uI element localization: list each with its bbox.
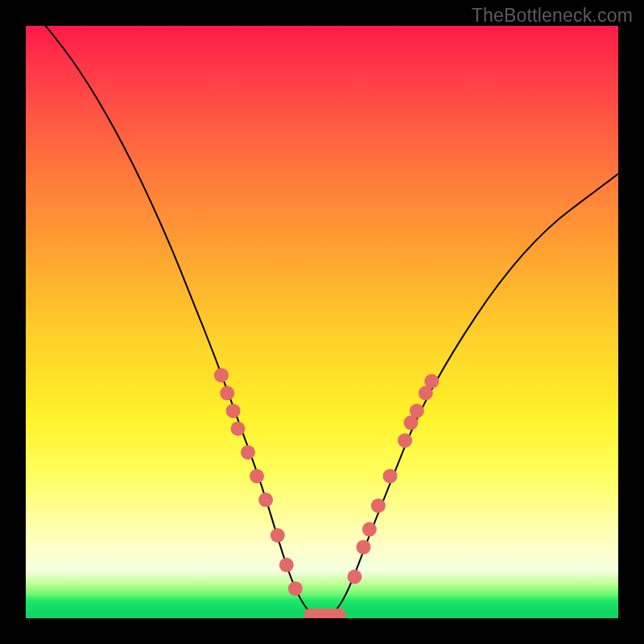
data-dot — [241, 445, 255, 460]
data-dot — [250, 469, 264, 483]
valley-floor-bar — [304, 609, 346, 618]
data-dot — [214, 368, 229, 382]
data-dot — [270, 528, 285, 543]
data-dot — [348, 570, 362, 584]
data-dot — [258, 493, 273, 507]
plot-area — [26, 26, 618, 618]
data-dot — [279, 558, 294, 572]
curve-layer — [26, 26, 618, 618]
data-dot — [398, 433, 412, 448]
data-dot — [410, 403, 424, 418]
data-dot — [383, 469, 398, 483]
data-dot — [357, 540, 371, 555]
data-dot — [220, 386, 234, 400]
dots-right — [348, 374, 440, 584]
attribution-watermark: TheBottleneck.com — [472, 5, 633, 27]
data-dot — [231, 422, 246, 436]
data-dot — [288, 581, 303, 596]
data-dot — [371, 498, 386, 513]
chart-frame: TheBottleneck.com — [0, 0, 644, 644]
data-dot — [424, 374, 439, 389]
dots-left — [214, 368, 303, 596]
data-dot — [362, 522, 377, 537]
data-dot — [226, 403, 241, 418]
bottleneck-curve — [26, 26, 618, 618]
